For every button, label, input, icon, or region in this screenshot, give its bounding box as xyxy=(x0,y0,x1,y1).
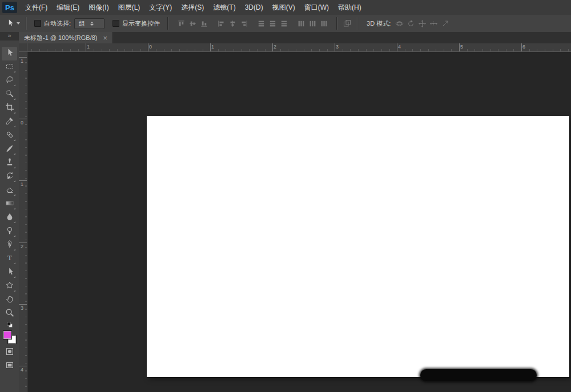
move-tool-icon xyxy=(5,48,14,59)
ruler-h-label: 3 xyxy=(336,44,339,50)
hand-tool-icon xyxy=(5,294,14,306)
hand-tool-button[interactable] xyxy=(2,293,17,307)
pen-tool-button[interactable] xyxy=(2,239,17,252)
align-vertical-centers-icon[interactable] xyxy=(187,18,198,29)
distribute-vertical-centers-icon[interactable] xyxy=(267,18,278,29)
align-bottom-edges-icon[interactable] xyxy=(199,18,209,29)
auto-select-dropdown[interactable]: 组 xyxy=(74,18,104,29)
align-left-edges-icon[interactable] xyxy=(216,18,226,29)
vertical-ruler[interactable]: 1 0 1 2 3 4 xyxy=(19,52,27,392)
menu-bar: Ps 文件(F) 编辑(E) 图像(I) 图层(L) 文字(Y) 选择(S) 滤… xyxy=(0,0,571,15)
align-top-edges-icon[interactable] xyxy=(176,18,186,29)
align-right-edges-icon[interactable] xyxy=(239,18,249,29)
shape-tool-button[interactable] xyxy=(2,280,17,293)
3d-mode-label: 3D 模式: xyxy=(367,19,391,28)
menu-item-file[interactable]: 文件(F) xyxy=(21,0,52,15)
ruler-h-label: 1 xyxy=(87,44,90,50)
quick-mask-icon xyxy=(5,347,14,358)
caret-down-icon xyxy=(17,22,20,25)
show-transform-label: 显示变换控件 xyxy=(122,19,160,28)
distribute-left-edges-icon[interactable] xyxy=(296,18,306,29)
3d-zoom-camera-icon[interactable] xyxy=(440,18,450,29)
show-transform-checkbox[interactable] xyxy=(112,20,119,27)
ruler-h-label: 0 xyxy=(149,44,152,50)
eraser-tool-icon xyxy=(5,185,14,196)
horizontal-ruler[interactable]: 1 0 1 2 3 4 5 6 xyxy=(27,43,571,52)
ruler-v-label: 0 xyxy=(21,120,23,126)
menu-item-image[interactable]: 图像(I) xyxy=(84,0,113,15)
ruler-h-label: 5 xyxy=(460,44,463,50)
default-colors-button[interactable] xyxy=(2,321,17,330)
distribute-bottom-edges-icon[interactable] xyxy=(279,18,289,29)
path-selection-tool-icon xyxy=(5,267,14,278)
document-tab-title: 未标题-1 @ 100%(RGB/8) xyxy=(24,34,98,42)
screen-mode-button[interactable] xyxy=(2,359,17,373)
document-canvas[interactable] xyxy=(147,116,569,377)
tab-close-icon[interactable]: × xyxy=(103,34,108,42)
menu-item-layer[interactable]: 图层(L) xyxy=(114,0,145,15)
menu-item-view[interactable]: 视图(V) xyxy=(268,0,300,15)
tools-column: T xyxy=(0,47,19,373)
menu-item-3d[interactable]: 3D(D) xyxy=(240,0,268,15)
quick-selection-tool-icon xyxy=(5,89,14,100)
crop-tool-button[interactable] xyxy=(2,102,17,115)
distribute-horizontal-centers-icon[interactable] xyxy=(307,18,317,29)
history-brush-tool-button[interactable] xyxy=(2,170,17,184)
3d-slide-camera-icon[interactable] xyxy=(428,18,439,29)
type-tool-button[interactable]: T xyxy=(2,252,17,266)
marquee-tool-button[interactable] xyxy=(2,60,17,74)
ruler-h-label: 6 xyxy=(522,44,525,50)
brush-tool-button[interactable] xyxy=(2,143,17,156)
eyedropper-tool-button[interactable] xyxy=(2,115,17,129)
distribute-top-edges-icon[interactable] xyxy=(256,18,266,29)
ruler-h-label: 1 xyxy=(211,44,214,50)
tool-preset-picker[interactable] xyxy=(5,18,22,29)
blur-tool-button[interactable] xyxy=(2,211,17,225)
quick-mask-button[interactable] xyxy=(2,346,17,359)
clone-stamp-tool-button[interactable] xyxy=(2,156,17,170)
3d-roll-camera-icon[interactable] xyxy=(405,18,416,29)
ruler-v-label: 1 xyxy=(21,58,23,64)
eraser-tool-button[interactable] xyxy=(2,184,17,197)
auto-select-value: 组 xyxy=(79,19,85,28)
screen-mode-icon xyxy=(5,361,14,372)
distribute-right-edges-icon[interactable] xyxy=(319,18,329,29)
lasso-tool-icon xyxy=(5,75,14,87)
dodge-tool-icon xyxy=(5,226,14,237)
crop-tool-icon xyxy=(5,103,14,114)
quick-selection-tool-button[interactable] xyxy=(2,88,17,102)
pen-tool-icon xyxy=(5,240,14,251)
gradient-tool-icon xyxy=(5,199,14,210)
gradient-tool-button[interactable] xyxy=(2,197,17,211)
default-colors-icon xyxy=(6,320,13,330)
dodge-tool-button[interactable] xyxy=(2,225,17,239)
ruler-v-label: 3 xyxy=(21,305,23,311)
3d-pan-camera-icon[interactable] xyxy=(417,18,427,29)
distribute-vertical-group xyxy=(255,18,289,29)
auto-select-checkbox[interactable] xyxy=(34,20,41,27)
3d-rotate-camera-icon[interactable] xyxy=(394,18,404,29)
menu-item-filter[interactable]: 滤镜(T) xyxy=(208,0,240,15)
color-swatches xyxy=(3,331,17,345)
zoom-tool-button[interactable] xyxy=(2,307,17,321)
clone-stamp-tool-icon xyxy=(5,157,14,169)
spot-healing-tool-button[interactable] xyxy=(2,129,17,143)
lasso-tool-button[interactable] xyxy=(2,74,17,88)
move-tool-button[interactable] xyxy=(2,47,17,60)
separator xyxy=(336,17,337,30)
auto-align-layers-icon[interactable] xyxy=(342,18,352,29)
canvas-viewport[interactable] xyxy=(27,52,571,392)
collapse-tools-icon[interactable]: » xyxy=(0,32,19,41)
menu-item-select[interactable]: 选择(S) xyxy=(176,0,208,15)
menu-item-edit[interactable]: 编辑(E) xyxy=(52,0,84,15)
distribute-horizontal-group xyxy=(295,18,329,29)
menu-item-help[interactable]: 帮助(H) xyxy=(333,0,366,15)
path-selection-tool-button[interactable] xyxy=(2,266,17,280)
menu-item-type[interactable]: 文字(Y) xyxy=(144,0,176,15)
ruler-origin[interactable] xyxy=(19,43,27,52)
document-tab[interactable]: 未标题-1 @ 100%(RGB/8) × xyxy=(19,32,113,43)
menu-item-window[interactable]: 窗口(W) xyxy=(300,0,333,15)
align-horizontal-centers-icon[interactable] xyxy=(227,18,238,29)
photoshop-window: Ps 文件(F) 编辑(E) 图像(I) 图层(L) 文字(Y) 选择(S) 滤… xyxy=(0,0,571,392)
foreground-color-swatch[interactable] xyxy=(3,331,11,339)
